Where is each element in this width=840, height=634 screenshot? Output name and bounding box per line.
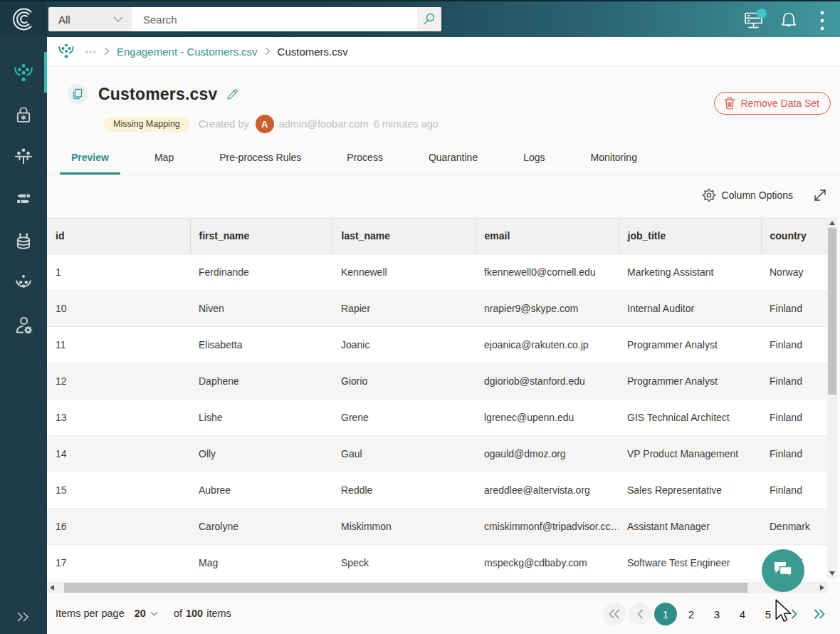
page-title: Customers.csv — [98, 85, 218, 104]
chat-bubbles-icon — [772, 561, 794, 581]
expand-table-button[interactable] — [812, 187, 828, 203]
tab-logs[interactable]: Logs — [512, 142, 556, 175]
data-table: idfirst_namelast_nameemailjob_titlecount… — [47, 219, 827, 578]
server-status-button[interactable] — [744, 11, 763, 30]
horizontal-scrollbar-thumb[interactable] — [64, 583, 747, 593]
search-button[interactable] — [417, 7, 441, 31]
breadcrumb-ellipsis[interactable]: ⋯ — [85, 45, 97, 58]
sidebar-item-catalog[interactable] — [0, 219, 47, 261]
pagination-bar: Items per page 20 of 100 items 12345 — [47, 593, 840, 633]
breadcrumb-current: Customers.csv — [278, 46, 348, 58]
table-row: 12DapheneGioriodgioriob@stanford.eduProg… — [47, 363, 827, 399]
table-cell-country: Finland — [761, 290, 827, 326]
table-row: 11ElisabettaJoanicejoanica@rakuten.co.jp… — [47, 326, 827, 363]
scroll-up-arrow-icon[interactable] — [829, 221, 835, 225]
chevron-right-icon — [791, 608, 797, 620]
column-header-id: id — [47, 219, 190, 254]
tab-pre-process-rules[interactable]: Pre-process Rules — [208, 142, 313, 175]
table-cell-first_name: Carolyne — [190, 508, 332, 544]
tab-process[interactable]: Process — [335, 142, 394, 175]
pager-page-1[interactable]: 1 — [654, 603, 677, 625]
table-cell-job_title: Assistant Manager — [619, 508, 761, 544]
cluedin-mark-icon — [57, 42, 75, 61]
vertical-scrollbar[interactable] — [827, 218, 837, 578]
chat-fab-button[interactable] — [762, 549, 804, 592]
search-scope-select[interactable]: All — [48, 7, 132, 31]
vertical-scrollbar-thumb[interactable] — [828, 228, 836, 395]
stream-tags-icon — [14, 189, 33, 209]
breadcrumb-separator-icon — [265, 47, 271, 56]
table-cell-last_name: Grene — [332, 399, 476, 435]
tab-map[interactable]: Map — [143, 142, 185, 175]
table-cell-email: lgrenec@upenn.edu — [476, 399, 619, 435]
tab-monitoring[interactable]: Monitoring — [579, 142, 649, 175]
search-input[interactable] — [132, 7, 441, 31]
table-header-row: idfirst_namelast_nameemailjob_titlecount… — [47, 219, 827, 254]
double-chevron-left-icon — [609, 608, 620, 620]
breadcrumb: ⋯ Engagement - Customers.csv Customers.c… — [47, 37, 840, 66]
sidebar-item-streams[interactable] — [0, 177, 47, 219]
table-cell-id: 17 — [47, 544, 190, 578]
notifications-button[interactable] — [780, 11, 797, 30]
breadcrumb-link-dataset-group[interactable]: Engagement - Customers.csv — [117, 46, 258, 58]
cluedin-logo-icon — [11, 6, 36, 32]
column-header-email: email — [476, 219, 619, 254]
table-row: 16CarolyneMiskimmoncmiskimmonf@tripadvis… — [47, 508, 827, 544]
items-per-page-label: Items per page — [56, 608, 125, 619]
table-cell-last_name: Joanic — [332, 326, 476, 363]
column-options-button[interactable]: Column Options — [703, 189, 793, 202]
table-cell-id: 13 — [47, 399, 190, 435]
table-cell-id: 12 — [47, 363, 190, 399]
table-row: 10NivenRapiernrapier9@skype.comInternal … — [47, 290, 827, 326]
items-per-page-select[interactable]: 20 — [135, 608, 158, 619]
sidebar-item-governance[interactable] — [0, 93, 47, 135]
global-search: All — [48, 7, 441, 31]
sidebar-item-relations[interactable] — [0, 261, 47, 303]
horizontal-scrollbar[interactable] — [47, 582, 827, 593]
remove-dataset-label: Remove Data Set — [741, 98, 820, 109]
table-cell-first_name: Niven — [190, 290, 332, 326]
table-cell-country: Finland — [761, 435, 827, 472]
table-cell-email: dgioriob@stanford.edu — [476, 363, 619, 399]
more-menu-button[interactable] — [820, 11, 824, 31]
sidebar-item-home[interactable] — [0, 51, 47, 93]
sidebar-nav — [0, 37, 47, 634]
pager-first-button[interactable] — [603, 603, 626, 625]
table-row: 13LisheGrenelgrenec@upenn.eduGIS Technic… — [47, 399, 827, 435]
pencil-icon — [226, 88, 239, 101]
scroll-right-arrow-icon[interactable] — [820, 585, 824, 591]
pager-page-5[interactable]: 5 — [757, 603, 779, 625]
pager-prev-button[interactable] — [629, 603, 651, 625]
gear-icon — [703, 189, 715, 202]
column-header-country: country — [761, 219, 827, 254]
sidebar-item-administration[interactable] — [0, 303, 47, 345]
table-cell-last_name: Gaul — [332, 435, 476, 472]
pager-page-4[interactable]: 4 — [731, 603, 754, 625]
cluedin-mark-icon — [13, 62, 34, 83]
app-logo[interactable] — [0, 1, 47, 37]
table-cell-email: ogauld@dmoz.org — [476, 435, 619, 472]
table-toolbar: Column Options — [47, 175, 840, 218]
tab-preview[interactable]: Preview — [60, 142, 120, 175]
edit-title-button[interactable] — [226, 88, 239, 101]
network-dots-icon — [13, 272, 34, 293]
items-per-page-value: 20 — [135, 608, 146, 619]
remove-dataset-button[interactable]: Remove Data Set — [714, 92, 831, 115]
table-cell-first_name: Elisabetta — [190, 326, 332, 363]
table-cell-id: 1 — [47, 254, 190, 290]
table-cell-email: ejoanica@rakuten.co.jp — [476, 326, 619, 363]
pager-page-3[interactable]: 3 — [705, 603, 728, 625]
scroll-left-arrow-icon[interactable] — [50, 585, 54, 591]
sidebar-item-integrations[interactable] — [0, 135, 47, 177]
pager-next-button[interactable] — [782, 603, 805, 625]
table-cell-country: Denmark — [761, 508, 827, 544]
table-row: 15AubreeReddleareddlee@altervista.orgSal… — [47, 472, 827, 508]
table-cell-last_name: Giorio — [332, 363, 476, 399]
pager-page-2[interactable]: 2 — [680, 603, 703, 625]
tab-quarantine[interactable]: Quarantine — [417, 142, 489, 175]
created-by-user: admin@foobar.com — [279, 118, 369, 130]
sidebar-expand-button[interactable] — [0, 604, 47, 630]
topbar-actions — [744, 3, 840, 38]
scroll-down-arrow-icon[interactable] — [829, 571, 835, 576]
pager-last-button[interactable] — [808, 603, 831, 625]
